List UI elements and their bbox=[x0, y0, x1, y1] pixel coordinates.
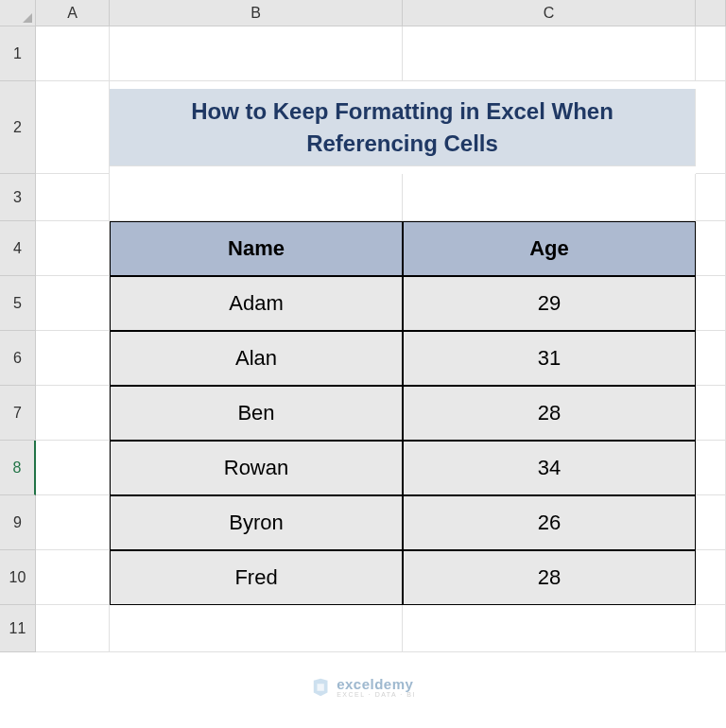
cell-a5[interactable] bbox=[36, 276, 110, 331]
table-header-name[interactable]: Name bbox=[110, 221, 403, 276]
cell-a10[interactable] bbox=[36, 550, 110, 605]
cell-c1[interactable] bbox=[403, 26, 696, 81]
row-header-8[interactable]: 8 bbox=[0, 441, 36, 495]
cell-a2[interactable] bbox=[36, 81, 110, 174]
cell-c3[interactable] bbox=[403, 174, 696, 221]
table-row[interactable]: 34 bbox=[403, 441, 696, 495]
cell-a9[interactable] bbox=[36, 495, 110, 550]
table-row[interactable]: Rowan bbox=[110, 441, 403, 495]
table-row[interactable]: 29 bbox=[403, 276, 696, 331]
exceldemy-logo-icon bbox=[310, 677, 331, 698]
cell-c11[interactable] bbox=[403, 605, 696, 652]
cell-b11[interactable] bbox=[110, 605, 403, 652]
row-header-7[interactable]: 7 bbox=[0, 386, 36, 441]
cell-a3[interactable] bbox=[36, 174, 110, 221]
row-header-9[interactable]: 9 bbox=[0, 495, 36, 550]
row-header-5[interactable]: 5 bbox=[0, 276, 36, 331]
row-header-11[interactable]: 11 bbox=[0, 605, 36, 652]
watermark-text: exceldemy EXCEL · DATA · BI bbox=[337, 677, 416, 698]
row-header-6[interactable]: 6 bbox=[0, 331, 36, 386]
cell-d7[interactable] bbox=[696, 386, 726, 441]
table-row[interactable]: Fred bbox=[110, 550, 403, 605]
cell-d2[interactable] bbox=[696, 81, 726, 174]
cell-a11[interactable] bbox=[36, 605, 110, 652]
cell-d8[interactable] bbox=[696, 441, 726, 495]
cell-a7[interactable] bbox=[36, 386, 110, 441]
table-row[interactable]: 31 bbox=[403, 331, 696, 386]
cell-d11[interactable] bbox=[696, 605, 726, 652]
cell-d9[interactable] bbox=[696, 495, 726, 550]
cell-a1[interactable] bbox=[36, 26, 110, 81]
select-all-corner[interactable] bbox=[0, 0, 36, 26]
table-header-age[interactable]: Age bbox=[403, 221, 696, 276]
cell-d4[interactable] bbox=[696, 221, 726, 276]
title-cell[interactable]: How to Keep Formatting in Excel When Ref… bbox=[110, 89, 696, 166]
cell-b1[interactable] bbox=[110, 26, 403, 81]
table-row[interactable]: Ben bbox=[110, 386, 403, 441]
cell-d5[interactable] bbox=[696, 276, 726, 331]
spreadsheet-grid: A B C 1 2 How to Keep Formatting in Exce… bbox=[0, 0, 726, 652]
watermark-main: exceldemy bbox=[337, 677, 416, 691]
cell-d1[interactable] bbox=[696, 26, 726, 81]
col-header-c[interactable]: C bbox=[403, 0, 696, 26]
table-row[interactable]: Alan bbox=[110, 331, 403, 386]
table-row[interactable]: 28 bbox=[403, 550, 696, 605]
table-row[interactable]: Byron bbox=[110, 495, 403, 550]
table-row[interactable]: 26 bbox=[403, 495, 696, 550]
cell-a8[interactable] bbox=[36, 441, 110, 495]
row-header-4[interactable]: 4 bbox=[0, 221, 36, 276]
col-header-a[interactable]: A bbox=[36, 0, 110, 26]
watermark: exceldemy EXCEL · DATA · BI bbox=[310, 677, 416, 698]
row-header-3[interactable]: 3 bbox=[0, 174, 36, 221]
col-header-b[interactable]: B bbox=[110, 0, 403, 26]
cell-a6[interactable] bbox=[36, 331, 110, 386]
table-row[interactable]: Adam bbox=[110, 276, 403, 331]
watermark-sub: EXCEL · DATA · BI bbox=[337, 691, 416, 698]
cell-d10[interactable] bbox=[696, 550, 726, 605]
cell-a4[interactable] bbox=[36, 221, 110, 276]
table-row[interactable]: 28 bbox=[403, 386, 696, 441]
row-header-10[interactable]: 10 bbox=[0, 550, 36, 605]
row-header-2[interactable]: 2 bbox=[0, 81, 36, 174]
cell-d3[interactable] bbox=[696, 174, 726, 221]
cell-d6[interactable] bbox=[696, 331, 726, 386]
cell-b3[interactable] bbox=[110, 174, 403, 221]
col-header-extra[interactable] bbox=[696, 0, 726, 26]
row-header-1[interactable]: 1 bbox=[0, 26, 36, 81]
